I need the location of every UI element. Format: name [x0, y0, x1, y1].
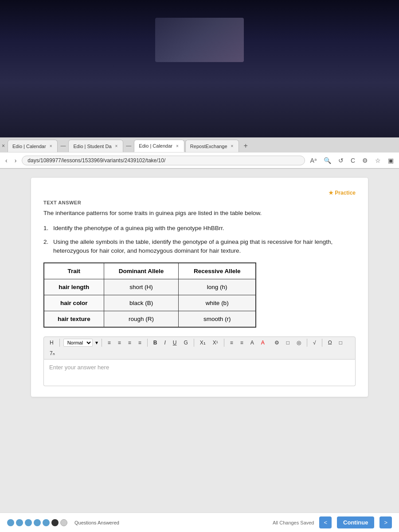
refresh-button[interactable]: ↺ — [336, 156, 345, 165]
list-button-1[interactable]: ≡ — [228, 339, 235, 347]
tab-edio-student[interactable]: Edio | Student Da × — [68, 140, 123, 152]
square-button[interactable]: □ — [337, 339, 344, 347]
tab-close-1[interactable]: × — [49, 144, 53, 149]
underline-button[interactable]: U — [171, 339, 179, 347]
dot-5 — [43, 519, 50, 526]
question-2: 2. Using the allele symbols in the table… — [43, 238, 356, 256]
tab-label: Edio | Calendar — [139, 143, 172, 149]
dot-3 — [25, 519, 32, 526]
practice-label: ★ Practice — [329, 190, 356, 196]
editor-toolbar: H Normal ▾ ≡ ≡ ≡ ≡ B I U G X₁ X¹ ≡ ≡ A A — [43, 336, 356, 360]
tab-bar: × Edio | Calendar × — Edio | Student Da … — [0, 137, 399, 153]
forward-button[interactable]: › — [13, 156, 19, 165]
divider-2 — [102, 339, 102, 347]
table-row-hair-texture: hair texture rough (R) smooth (r) — [44, 311, 256, 328]
list-button-2[interactable]: ≡ — [238, 339, 246, 347]
question-1: 1. Identify the phenotype of a guinea pi… — [43, 224, 356, 233]
link-button[interactable]: ⚙ — [272, 339, 282, 347]
bottom-bar: Questions Answered All Changes Saved < C… — [0, 512, 399, 532]
settings-icon[interactable]: ⚙ — [360, 156, 370, 165]
align-left-button[interactable]: ≡ — [106, 339, 113, 347]
image-button[interactable]: □ — [284, 339, 292, 347]
content-card: ★ Practice TEXT ANSWER The inheritance p… — [31, 178, 368, 397]
dot-1 — [7, 519, 14, 526]
align-justify-button[interactable]: ≡ — [136, 339, 144, 347]
favorites-icon[interactable]: ☆ — [373, 156, 383, 165]
divider-3 — [147, 339, 148, 347]
all-changes-saved: All Changes Saved — [273, 520, 314, 525]
section-label: TEXT ANSWER — [43, 200, 356, 205]
questions-container: 1. Identify the phenotype of a guinea pi… — [43, 224, 356, 255]
address-bar: ‹ › Aᵃ 🔍 ↺ C ⚙ ☆ ▣ — [0, 153, 399, 168]
dominant-hair-length: short (H) — [104, 279, 179, 295]
dominant-hair-color: black (B) — [104, 295, 179, 311]
font-color-button[interactable]: A — [248, 339, 256, 347]
omega-button[interactable]: Ω — [326, 339, 334, 347]
bold-button[interactable]: B — [151, 339, 160, 347]
math-sqrt-button[interactable]: √ — [311, 339, 318, 347]
background-color-button[interactable]: A — [259, 339, 267, 347]
superscript-button[interactable]: X¹ — [211, 339, 220, 347]
table-header-recessive: Recessive Allele — [179, 263, 256, 279]
prev-button[interactable]: < — [319, 516, 332, 528]
tab-label: Edio | Calendar — [12, 144, 46, 149]
bottom-left: Questions Answered — [7, 519, 119, 526]
question-2-text: Using the allele symbols in the table, i… — [53, 238, 356, 256]
dot-7 — [60, 519, 67, 526]
practice-badge: ★ Practice — [43, 188, 356, 196]
genetics-table: Trait Dominant Allele Recessive Allele h… — [43, 262, 256, 328]
align-center-button[interactable]: ≡ — [116, 339, 123, 347]
italic-button[interactable]: I — [162, 339, 168, 347]
text-size-button[interactable]: Aᵃ — [309, 156, 318, 165]
recessive-hair-length: long (h) — [179, 279, 256, 295]
trait-hair-color: hair color — [44, 295, 104, 311]
style-select[interactable]: Normal — [63, 339, 93, 347]
tab-close-4[interactable]: × — [230, 144, 235, 149]
answer-input[interactable]: Enter your answer here — [43, 360, 356, 386]
subscript-button[interactable]: X₁ — [198, 339, 208, 347]
table-row-hair-length: hair length short (H) long (h) — [44, 279, 256, 295]
media-button[interactable]: ◎ — [294, 339, 303, 347]
question-2-num: 2. — [43, 238, 51, 256]
background-image — [0, 0, 399, 137]
tab-repostexchange[interactable]: RepostExchange × — [185, 140, 239, 152]
table-header-trait: Trait — [44, 263, 104, 279]
search-button[interactable]: 🔍 — [322, 156, 333, 165]
tab-close-3[interactable]: × — [175, 144, 180, 149]
table-header-dominant: Dominant Allele — [104, 263, 179, 279]
divider-6 — [307, 339, 307, 347]
sidebar-icon[interactable]: ▣ — [386, 156, 395, 165]
divider-1 — [59, 339, 60, 347]
trait-hair-length: hair length — [44, 279, 104, 295]
continue-button[interactable]: Continue — [337, 516, 374, 528]
tab-close-2[interactable]: × — [114, 144, 119, 149]
tab-edio-calendar-1[interactable]: Edio | Calendar × — [8, 140, 58, 152]
question-1-text: Identify the phenotype of a guinea pig w… — [53, 224, 224, 233]
recessive-hair-texture: smooth (r) — [179, 311, 256, 328]
dot-4 — [34, 519, 41, 526]
tab-label: Edio | Student Da — [73, 144, 111, 149]
bottom-right: All Changes Saved < Continue > — [273, 516, 392, 528]
back-button[interactable]: ‹ — [4, 156, 9, 165]
divider-5 — [224, 339, 224, 347]
separator-2: — — [124, 143, 133, 149]
heading-button[interactable]: H — [47, 339, 56, 347]
separator-1: — — [59, 143, 67, 149]
tab-edio-calendar-2[interactable]: Edio | Calendar × — [134, 140, 184, 152]
tab-label: RepostExchange — [190, 144, 227, 149]
window-control: × — [0, 143, 7, 149]
trait-hair-texture: hair texture — [44, 311, 104, 328]
editor-placeholder: Enter your answer here — [49, 364, 109, 371]
progress-dots — [7, 519, 67, 526]
add-tab-button[interactable]: + — [240, 142, 251, 150]
url-input[interactable] — [22, 156, 305, 165]
strikethrough-button[interactable]: G — [181, 339, 190, 347]
reload-button[interactable]: C — [349, 156, 357, 165]
next-button[interactable]: > — [379, 516, 392, 528]
align-right-button[interactable]: ≡ — [126, 339, 133, 347]
subscript-n-button[interactable]: 7ₙ — [47, 349, 57, 357]
question-1-num: 1. — [43, 224, 51, 233]
browser-content: ★ Practice TEXT ANSWER The inheritance p… — [0, 169, 399, 524]
table-row-hair-color: hair color black (B) white (b) — [44, 295, 256, 311]
intro-text: The inheritance patterns for some traits… — [43, 209, 356, 218]
